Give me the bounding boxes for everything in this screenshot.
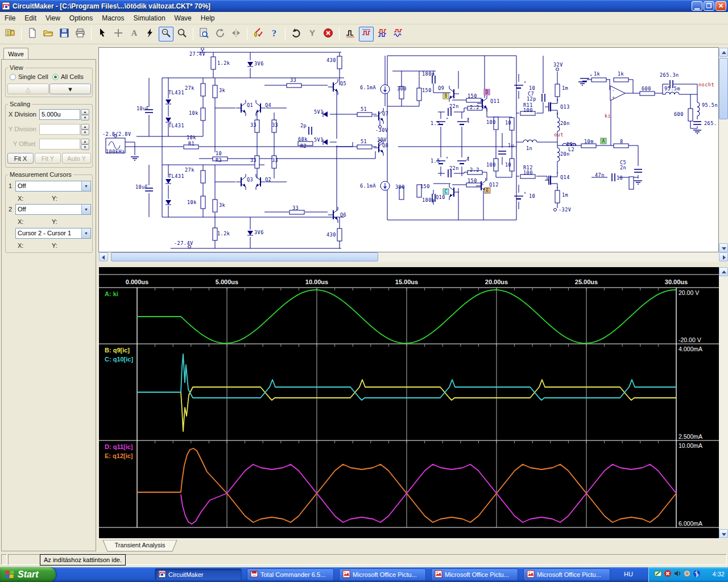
restore-button[interactable]: ❐ <box>704 1 714 11</box>
y-division-input[interactable] <box>39 124 80 135</box>
schematic-hscrollbar[interactable] <box>99 252 728 262</box>
toolbar-button-mixed-wave[interactable] <box>391 27 406 41</box>
toolbar-button-magnifier[interactable] <box>175 27 189 41</box>
fit-y-button[interactable]: Fit Y <box>35 153 61 164</box>
schematic-vscrollbar[interactable] <box>719 48 728 252</box>
toolbar-button-select-arrow[interactable] <box>95 27 110 41</box>
schematic-label: Q8 <box>382 143 388 148</box>
minimize-button[interactable]: ▁ <box>692 1 702 11</box>
toolbar-button-parts-browser[interactable] <box>3 27 18 41</box>
task-button-4[interactable]: Microsoft Office Pictu... <box>431 568 518 581</box>
wave-vscrollbar[interactable] <box>719 267 728 538</box>
menu-item-edit[interactable]: Edit <box>20 13 41 23</box>
schematic-label: 51 <box>361 139 367 144</box>
menu-item-options[interactable]: Options <box>65 13 97 23</box>
scroll-down-icon[interactable] <box>719 243 728 252</box>
toolbar-button-crosshair[interactable] <box>111 27 126 41</box>
toolbar-button-text-tool[interactable]: A <box>127 27 142 41</box>
toolbar-button-digital-step[interactable] <box>343 27 358 41</box>
menu-item-wave[interactable]: Wave <box>170 13 196 23</box>
radio-single-cell[interactable] <box>10 74 16 80</box>
tablet-pen-icon[interactable] <box>654 569 662 580</box>
delete-lightning-icon <box>145 28 155 40</box>
schematic-canvas[interactable]: +++++++-+27.4V1.2k3V643033Q527k3kTL43110… <box>98 47 719 252</box>
x-division-spinner[interactable]: ▲▼ <box>81 109 89 120</box>
menu-item-view[interactable]: View <box>41 13 65 23</box>
schematic-vscroll-thumb[interactable] <box>719 58 728 119</box>
menu-item-help[interactable]: Help <box>196 13 220 23</box>
start-button[interactable]: Start <box>0 567 56 582</box>
radio-all-cells[interactable] <box>52 74 59 80</box>
system-icon[interactable] <box>683 569 691 580</box>
fit-x-button[interactable]: Fit X <box>7 153 34 164</box>
schematic-label: 1k <box>594 71 600 77</box>
toolbar-button-help[interactable]: ? <box>267 27 282 41</box>
schematic-label: 150 <box>468 93 477 99</box>
scroll-up-icon[interactable] <box>719 267 728 276</box>
bluetooth-icon[interactable] <box>693 569 701 580</box>
cursor2-dropdown[interactable]: Off▼ <box>15 204 91 215</box>
schematic-label: 4 <box>466 156 470 162</box>
toolbar-button-reset[interactable] <box>289 27 304 41</box>
schematic-label: 32V <box>553 62 563 68</box>
schematic-label: 600 <box>674 111 684 117</box>
schematic-label: 100 <box>486 119 496 125</box>
auto-y-button[interactable]: Auto Y <box>62 153 91 164</box>
toolbar-button-find-part[interactable] <box>197 27 212 41</box>
schematic-hscroll-thumb[interactable] <box>111 252 378 261</box>
time-axis-tick: 5.000us <box>216 278 238 285</box>
language-indicator[interactable]: HU <box>619 571 638 577</box>
svg-text:+: + <box>524 80 526 84</box>
toolbar-button-new-file[interactable] <box>25 27 40 41</box>
menu-item-simulation[interactable]: Simulation <box>129 13 170 23</box>
toolbar-button-zoom-tool[interactable] <box>159 27 173 41</box>
task-button-label: CircuitMaker <box>168 571 204 578</box>
chevron-down-icon[interactable]: ▼ <box>81 181 90 191</box>
scale-bottom-label: 6.000mA <box>679 520 702 527</box>
y-division-spinner[interactable]: ▲▼ <box>81 124 89 135</box>
volume-icon[interactable] <box>673 569 681 580</box>
toolbar-button-stop[interactable] <box>321 27 336 41</box>
scroll-up-icon[interactable] <box>719 48 728 57</box>
toolbar-button-analog-wave[interactable] <box>359 27 374 41</box>
menu-item-file[interactable]: File <box>0 13 20 23</box>
schematic-label: 1.2k <box>217 60 230 66</box>
y-offset-spinner[interactable]: ▲▼ <box>81 139 89 149</box>
waveform-plot[interactable]: 0.000us5.000us10.00us15.00us20.00us25.00… <box>99 267 719 538</box>
cell-up-button[interactable]: △ <box>7 84 49 94</box>
schematic-label: 180p <box>422 197 435 203</box>
task-button-1[interactable]: CircuitMaker <box>155 568 242 581</box>
toolbar-button-print[interactable] <box>73 27 88 41</box>
chevron-down-icon[interactable]: ▼ <box>81 205 90 214</box>
toolbar-button-multi-wave[interactable] <box>375 27 390 41</box>
toolbar-button-rotate[interactable] <box>213 27 228 41</box>
close-button[interactable]: ✕ <box>715 1 726 11</box>
x-division-input[interactable]: 5.000u <box>39 109 80 120</box>
scroll-left-icon[interactable] <box>99 252 108 261</box>
scroll-right-icon[interactable] <box>719 252 728 261</box>
schematic-label: 33 <box>272 122 278 128</box>
schematic-label: 8 <box>620 139 623 144</box>
scroll-down-icon[interactable] <box>719 529 728 538</box>
task-button-2[interactable]: Total Commander 6.5... <box>247 568 334 581</box>
tab-transient-analysis[interactable]: Transient Analysis <box>102 540 177 552</box>
chevron-down-icon[interactable]: ▼ <box>81 228 90 238</box>
security-alert-icon[interactable] <box>664 569 672 580</box>
schematic-label: Q5 <box>340 81 346 86</box>
toolbar-button-mirror[interactable] <box>229 27 243 41</box>
tab-wave[interactable]: Wave <box>3 48 28 60</box>
task-button-3[interactable]: Microsoft Office Pictu... <box>339 568 426 581</box>
task-button-5[interactable]: Microsoft Office Pictu... <box>523 568 610 581</box>
toolbar-button-delete-lightning[interactable] <box>143 27 158 41</box>
schematic-label: Q9 <box>438 85 444 91</box>
toolbar-button-simulation-options[interactable] <box>251 27 266 41</box>
y-offset-input[interactable] <box>39 139 80 149</box>
toolbar-button-open-file[interactable] <box>41 27 56 41</box>
toolbar-button-probe[interactable]: Y <box>305 27 320 41</box>
cursor-diff-dropdown[interactable]: Cursor 2 - Cursor 1▼ <box>15 228 91 239</box>
toolbar-button-save-file[interactable] <box>57 27 72 41</box>
cursor1-dropdown[interactable]: Off▼ <box>15 181 91 192</box>
desktop: CircuitMaker - [C:\Program Files\...\ötö… <box>0 0 728 582</box>
menu-item-macros[interactable]: Macros <box>97 13 129 23</box>
cell-down-button[interactable]: ▼ <box>49 84 91 94</box>
